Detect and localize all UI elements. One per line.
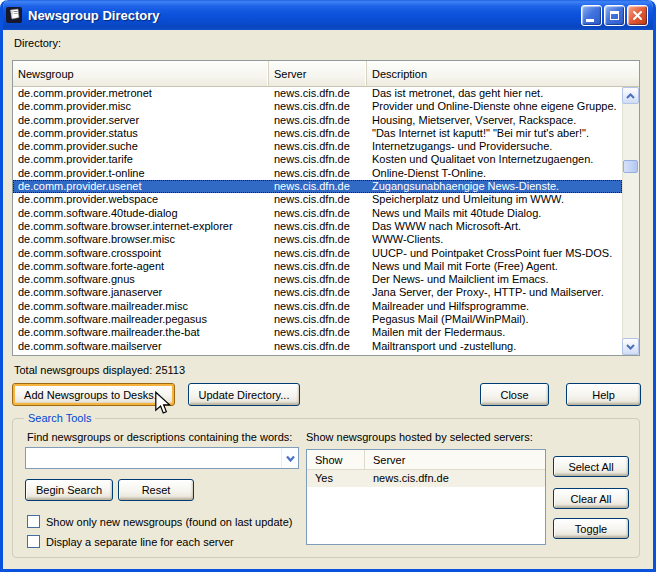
cell-server: news.cis.dfn.de	[269, 273, 367, 286]
update-directory-button[interactable]: Update Directory...	[188, 383, 300, 406]
total-newsgroups-status: Total newsgroups displayed: 25113	[14, 364, 185, 376]
close-window-button[interactable]	[627, 5, 648, 26]
newsgroup-row[interactable]: de.comm.software.mailreader.misc news.ci…	[13, 300, 622, 313]
newsgroup-app-icon	[6, 7, 23, 23]
newsgroup-row[interactable]: de.comm.software.crosspoint news.cis.dfn…	[13, 247, 622, 260]
cell-server: news.cis.dfn.de	[269, 340, 367, 353]
column-header-show[interactable]: Show	[307, 450, 365, 469]
cell-description: News und Mail mit Forte (Free) Agent.	[367, 260, 622, 273]
cell-newsgroup: de.comm.software.mailreader.pegasus	[13, 313, 269, 326]
newsgroup-directory-window: Newsgroup Directory Directory: Newsgroup…	[0, 0, 656, 572]
cell-newsgroup: de.comm.software.forte-agent	[13, 260, 269, 273]
newsgroup-row[interactable]: de.comm.software.40tude-dialog news.cis.…	[13, 207, 622, 220]
cell-show: Yes	[307, 470, 365, 487]
server-list-body: Yes news.cis.dfn.de	[307, 470, 545, 487]
window-controls	[581, 5, 648, 26]
newsgroup-row[interactable]: de.comm.software.mailreader.the-bat news…	[13, 326, 622, 339]
cell-newsgroup: de.comm.provider.server	[13, 114, 269, 127]
newsgroup-row[interactable]: de.comm.provider.misc news.cis.dfn.de Pr…	[13, 100, 622, 113]
newsgroup-row[interactable]: de.comm.software.browser.misc news.cis.d…	[13, 233, 622, 246]
cell-server: news.cis.dfn.de	[269, 140, 367, 153]
newsgroup-row[interactable]: de.comm.provider.webspace news.cis.dfn.d…	[13, 193, 622, 206]
clear-all-button[interactable]: Clear All	[553, 488, 629, 509]
cell-server: news.cis.dfn.de	[269, 87, 367, 100]
window-title: Newsgroup Directory	[28, 8, 581, 23]
newsgroup-row[interactable]: de.comm.provider.status news.cis.dfn.de …	[13, 127, 622, 140]
newsgroup-row[interactable]: de.comm.software.janaserver news.cis.dfn…	[13, 286, 622, 299]
cell-newsgroup: de.comm.provider.status	[13, 127, 269, 140]
cell-server: news.cis.dfn.de	[269, 207, 367, 220]
column-header-description[interactable]: Description	[367, 61, 639, 86]
separate-line-label: Display a separate line for each server	[46, 536, 234, 548]
scrollbar-thumb[interactable]	[623, 160, 638, 173]
newsgroup-row[interactable]: de.comm.software.gnus news.cis.dfn.de De…	[13, 273, 622, 286]
scroll-down-button[interactable]	[622, 338, 639, 355]
help-button[interactable]: Help	[566, 383, 641, 406]
cell-newsgroup: de.comm.provider.t-online	[13, 167, 269, 180]
vertical-scrollbar[interactable]	[622, 87, 639, 355]
show-only-new-label: Show only new newsgroups (found on last …	[46, 516, 292, 528]
newsgroup-row[interactable]: de.comm.provider.usenet news.cis.dfn.de …	[13, 180, 622, 193]
cell-server: news.cis.dfn.de	[269, 220, 367, 233]
newsgroup-row[interactable]: de.comm.provider.tarife news.cis.dfn.de …	[13, 153, 622, 166]
close-button[interactable]: Close	[480, 383, 549, 406]
minimize-button[interactable]	[581, 5, 602, 26]
chevron-down-icon	[626, 344, 635, 350]
cell-description: Der News- und Mailclient im Emacs.	[367, 273, 622, 286]
newsgroup-row[interactable]: de.comm.provider.server news.cis.dfn.de …	[13, 114, 622, 127]
cell-description: Das ist metronet, das geht hier net.	[367, 87, 622, 100]
directory-label: Directory:	[14, 37, 61, 49]
newsgroup-row[interactable]: de.comm.provider.suche news.cis.dfn.de I…	[13, 140, 622, 153]
separate-line-checkbox[interactable]	[27, 535, 40, 548]
newsgroup-row[interactable]: de.comm.software.forte-agent news.cis.df…	[13, 260, 622, 273]
cell-server: news.cis.dfn.de	[269, 233, 367, 246]
title-bar[interactable]: Newsgroup Directory	[0, 0, 656, 30]
cell-newsgroup: de.comm.software.browser.internet-explor…	[13, 220, 269, 233]
cell-newsgroup: de.comm.software.mailserver	[13, 340, 269, 353]
newsgroup-row[interactable]: de.comm.software.browser.internet-explor…	[13, 220, 622, 233]
newsgroup-row[interactable]: de.comm.provider.t-online news.cis.dfn.d…	[13, 167, 622, 180]
chevron-up-icon	[626, 93, 635, 99]
search-words-combobox[interactable]	[25, 447, 299, 469]
search-words-input[interactable]	[26, 448, 281, 468]
cell-newsgroup: de.comm.software.mailreader.misc	[13, 300, 269, 313]
server-list: Show Server Yes news.cis.dfn.de	[306, 449, 546, 545]
add-newsgroups-button[interactable]: Add Newsgroups to Desks...	[12, 383, 175, 406]
hosted-servers-label: Show newsgroups hosted by selected serve…	[306, 431, 533, 443]
cell-server: news.cis.dfn.de	[269, 180, 367, 193]
total-newsgroups-label: Total newsgroups displayed:	[14, 364, 152, 376]
cell-description: Speicherplatz und Umleitung im WWW.	[367, 193, 622, 206]
cell-server: news.cis.dfn.de	[269, 313, 367, 326]
cell-newsgroup: de.comm.software.janaserver	[13, 286, 269, 299]
begin-search-button[interactable]: Begin Search	[25, 479, 113, 501]
cell-server: news.cis.dfn.de	[269, 193, 367, 206]
column-header-server[interactable]: Server	[269, 61, 367, 86]
newsgroup-row[interactable]: de.comm.software.mailserver news.cis.dfn…	[13, 340, 622, 353]
cell-description: Internetzugangs- und Providersuche.	[367, 140, 622, 153]
combo-dropdown-button[interactable]	[281, 448, 298, 468]
chevron-down-icon	[286, 455, 295, 462]
reset-button[interactable]: Reset	[118, 479, 194, 501]
newsgroup-row[interactable]: de.comm.software.mailreader.pegasus news…	[13, 313, 622, 326]
cell-description: Das WWW nach Microsoft-Art.	[367, 220, 622, 233]
search-tools-title: Search Tools	[24, 412, 95, 424]
column-header-newsgroup[interactable]: Newsgroup	[13, 61, 269, 86]
cell-newsgroup: de.comm.software.crosspoint	[13, 247, 269, 260]
server-row[interactable]: Yes news.cis.dfn.de	[307, 470, 545, 487]
cell-newsgroup: de.comm.provider.usenet	[13, 180, 269, 193]
maximize-button[interactable]	[604, 5, 625, 26]
checkbox-row-separate-line: Display a separate line for each server	[27, 535, 234, 548]
show-only-new-checkbox[interactable]	[27, 515, 40, 528]
select-all-button[interactable]: Select All	[553, 456, 629, 477]
cell-server: news.cis.dfn.de	[269, 300, 367, 313]
toggle-button[interactable]: Toggle	[553, 518, 629, 539]
column-header-server[interactable]: Server	[365, 450, 545, 469]
scroll-up-button[interactable]	[622, 87, 639, 104]
cell-newsgroup: de.comm.software.40tude-dialog	[13, 207, 269, 220]
find-words-label: Find newsgroups or descriptions containi…	[27, 431, 292, 443]
cell-newsgroup: de.comm.provider.tarife	[13, 153, 269, 166]
cell-description: Housing, Mietserver, Vserver, Rackspace.	[367, 114, 622, 127]
cell-description: UUCP- und Pointpaket CrossPoint fuer MS-…	[367, 247, 622, 260]
minimize-icon	[586, 19, 594, 22]
newsgroup-row[interactable]: de.comm.provider.metronet news.cis.dfn.d…	[13, 87, 622, 100]
